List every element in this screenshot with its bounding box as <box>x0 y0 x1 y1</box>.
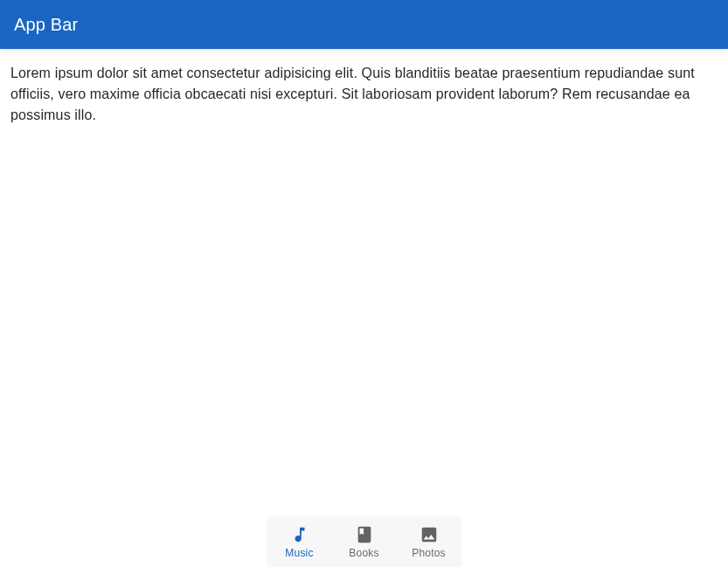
music-note-icon <box>289 524 310 545</box>
app-bar: App Bar <box>0 0 728 49</box>
book-icon <box>354 524 375 545</box>
main-content: Lorem ipsum dolor sit amet consectetur a… <box>0 49 728 140</box>
nav-item-music[interactable]: Music <box>267 518 332 567</box>
nav-item-photos[interactable]: Photos <box>397 518 461 567</box>
bottom-navigation: Music Books Photos <box>267 518 461 567</box>
image-icon <box>419 524 440 545</box>
app-bar-title: App Bar <box>14 15 78 35</box>
nav-label-books: Books <box>349 547 378 559</box>
body-paragraph: Lorem ipsum dolor sit amet consectetur a… <box>10 63 718 126</box>
nav-label-photos: Photos <box>412 547 446 559</box>
nav-label-music: Music <box>285 547 313 559</box>
nav-item-books[interactable]: Books <box>332 518 397 567</box>
